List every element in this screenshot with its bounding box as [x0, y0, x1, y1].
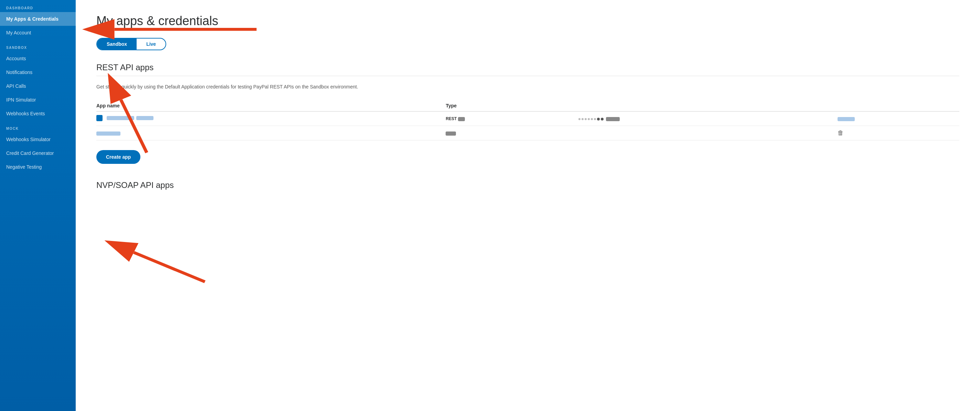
sidebar-item-my-account[interactable]: My Account [0, 26, 76, 40]
dot-dark [601, 118, 603, 121]
app-name-blurred-2 [136, 116, 153, 120]
sidebar-item-notifications[interactable]: Notifications [0, 65, 76, 79]
action-cell [838, 112, 959, 126]
apps-table: App name Type REST [96, 100, 959, 140]
sidebar: DASHBOARD My Apps & Credentials My Accou… [0, 0, 76, 411]
dot [578, 118, 581, 120]
nvp-soap-section-title: NVP/SOAP API apps [96, 180, 959, 190]
app-icon [96, 115, 103, 121]
app-type-cell-2 [445, 126, 578, 140]
sidebar-item-my-apps[interactable]: My Apps & Credentials [0, 12, 76, 26]
dot-dark [597, 118, 600, 121]
app-name-blurred-3 [96, 132, 121, 135]
sidebar-item-credit-card-generator[interactable]: Credit Card Generator [0, 146, 76, 160]
redacted-credentials [578, 117, 620, 121]
credentials-cell [578, 112, 838, 126]
col-header-type: Type [445, 100, 578, 112]
rest-badge: REST [445, 116, 457, 121]
create-app-button[interactable]: Create app [96, 150, 140, 164]
delete-button[interactable]: 🗑 [838, 129, 844, 137]
sidebar-item-negative-testing[interactable]: Negative Testing [0, 160, 76, 174]
action-blurred [838, 117, 855, 121]
section-divider-rest [96, 76, 959, 76]
cred-blurred [606, 117, 620, 121]
table-row: 🗑 [96, 126, 959, 140]
arrows-overlay [76, 0, 980, 411]
type-blurred-2 [445, 132, 456, 135]
col-header-app-name: App name [96, 100, 445, 112]
rest-api-description: Get started quickly by using the Default… [96, 83, 379, 91]
app-name-cell-2[interactable] [96, 126, 445, 140]
col-header-action [838, 100, 959, 112]
dot [582, 118, 584, 120]
tab-switcher: Sandbox Live [96, 38, 166, 50]
table-row: REST [96, 112, 959, 126]
dot [594, 118, 596, 120]
sidebar-item-accounts[interactable]: Accounts [0, 52, 76, 65]
sidebar-section-dashboard: DASHBOARD [0, 0, 76, 12]
app-type-cell: REST [445, 112, 578, 126]
page-title: My apps & credentials [96, 14, 959, 28]
tab-sandbox[interactable]: Sandbox [97, 38, 137, 49]
rest-api-section-title: REST API apps [96, 63, 959, 72]
app-name-blurred [107, 116, 134, 120]
main-content: My apps & credentials Sandbox Live REST … [76, 0, 980, 411]
action-cell-2[interactable]: 🗑 [838, 126, 959, 140]
sidebar-item-webhooks-simulator[interactable]: Webhooks Simulator [0, 132, 76, 146]
credentials-cell-2 [578, 126, 838, 140]
app-name-content [96, 115, 153, 121]
sidebar-section-mock: MOCK [0, 121, 76, 132]
sidebar-item-webhooks-events[interactable]: Webhooks Events [0, 107, 76, 121]
sidebar-section-sandbox: SANDBOX [0, 40, 76, 52]
tab-live[interactable]: Live [137, 38, 165, 49]
type-blurred [458, 117, 465, 121]
dot [591, 118, 593, 120]
dot [588, 118, 590, 120]
app-name-cell[interactable] [96, 112, 445, 126]
dot [585, 118, 587, 120]
col-header-credentials [578, 100, 838, 112]
sidebar-item-ipn-simulator[interactable]: IPN Simulator [0, 93, 76, 107]
sidebar-item-api-calls[interactable]: API Calls [0, 79, 76, 93]
svg-line-3 [134, 252, 205, 282]
